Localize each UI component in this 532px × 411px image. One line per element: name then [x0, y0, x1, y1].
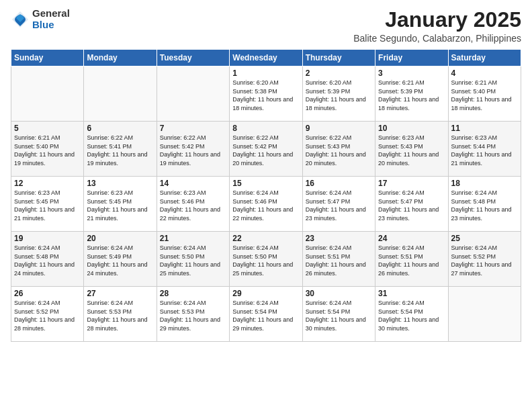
- day-info: Sunrise: 6:23 AMSunset: 5:45 PMDaylight:…: [87, 189, 153, 222]
- calendar-cell: 13Sunrise: 6:23 AMSunset: 5:45 PMDayligh…: [84, 177, 157, 232]
- day-number: 25: [451, 234, 518, 243]
- day-number: 9: [306, 124, 372, 133]
- logo: General Blue: [11, 8, 70, 30]
- day-number: 16: [306, 179, 372, 188]
- logo-text: General Blue: [32, 8, 70, 30]
- day-info: Sunrise: 6:21 AMSunset: 5:40 PMDaylight:…: [451, 79, 518, 112]
- day-info: Sunrise: 6:23 AMSunset: 5:43 PMDaylight:…: [378, 134, 445, 167]
- calendar-header-sunday: Sunday: [11, 50, 84, 66]
- calendar-week-4: 19Sunrise: 6:24 AMSunset: 5:48 PMDayligh…: [11, 232, 521, 287]
- day-info: Sunrise: 6:24 AMSunset: 5:52 PMDaylight:…: [14, 299, 81, 332]
- calendar-cell: 24Sunrise: 6:24 AMSunset: 5:51 PMDayligh…: [375, 232, 448, 287]
- day-info: Sunrise: 6:21 AMSunset: 5:39 PMDaylight:…: [378, 79, 445, 112]
- calendar-header-wednesday: Wednesday: [230, 50, 302, 66]
- calendar-cell: 19Sunrise: 6:24 AMSunset: 5:48 PMDayligh…: [11, 232, 84, 287]
- calendar-header-saturday: Saturday: [448, 50, 521, 66]
- day-info: Sunrise: 6:22 AMSunset: 5:41 PMDaylight:…: [87, 134, 153, 167]
- calendar-header-monday: Monday: [84, 50, 157, 66]
- day-number: 23: [306, 234, 372, 243]
- day-number: 7: [160, 124, 226, 133]
- calendar-cell: 2Sunrise: 6:20 AMSunset: 5:39 PMDaylight…: [302, 66, 375, 122]
- day-info: Sunrise: 6:24 AMSunset: 5:52 PMDaylight:…: [451, 244, 518, 277]
- calendar-cell: 27Sunrise: 6:24 AMSunset: 5:53 PMDayligh…: [84, 287, 157, 342]
- calendar-cell: [157, 66, 229, 122]
- day-number: 3: [378, 68, 445, 78]
- day-info: Sunrise: 6:24 AMSunset: 5:50 PMDaylight:…: [160, 244, 226, 277]
- calendar-cell: 1Sunrise: 6:20 AMSunset: 5:38 PMDaylight…: [230, 66, 302, 122]
- calendar-cell: 28Sunrise: 6:24 AMSunset: 5:53 PMDayligh…: [157, 287, 229, 342]
- day-number: 12: [14, 179, 81, 188]
- day-info: Sunrise: 6:24 AMSunset: 5:54 PMDaylight:…: [306, 299, 372, 332]
- day-info: Sunrise: 6:24 AMSunset: 5:54 PMDaylight:…: [232, 299, 299, 332]
- day-number: 24: [378, 234, 445, 243]
- day-number: 10: [378, 124, 445, 133]
- calendar-table: SundayMondayTuesdayWednesdayThursdayFrid…: [11, 49, 521, 342]
- day-number: 30: [306, 289, 372, 298]
- calendar-cell: 8Sunrise: 6:22 AMSunset: 5:42 PMDaylight…: [230, 122, 302, 177]
- day-info: Sunrise: 6:21 AMSunset: 5:40 PMDaylight:…: [14, 134, 81, 167]
- calendar-week-5: 26Sunrise: 6:24 AMSunset: 5:52 PMDayligh…: [11, 287, 521, 342]
- day-info: Sunrise: 6:20 AMSunset: 5:38 PMDaylight:…: [232, 79, 299, 112]
- day-number: 26: [14, 289, 81, 298]
- calendar-cell: 3Sunrise: 6:21 AMSunset: 5:39 PMDaylight…: [375, 66, 448, 122]
- title-block: January 2025 Balite Segundo, Calabarzon,…: [353, 8, 521, 44]
- day-number: 5: [14, 124, 81, 133]
- calendar-header-row: SundayMondayTuesdayWednesdayThursdayFrid…: [11, 50, 521, 66]
- day-info: Sunrise: 6:24 AMSunset: 5:51 PMDaylight:…: [306, 244, 372, 277]
- day-info: Sunrise: 6:22 AMSunset: 5:43 PMDaylight:…: [306, 134, 372, 167]
- day-info: Sunrise: 6:24 AMSunset: 5:54 PMDaylight:…: [378, 299, 445, 332]
- calendar-cell: 23Sunrise: 6:24 AMSunset: 5:51 PMDayligh…: [302, 232, 375, 287]
- day-info: Sunrise: 6:22 AMSunset: 5:42 PMDaylight:…: [232, 134, 299, 167]
- calendar-cell: 20Sunrise: 6:24 AMSunset: 5:49 PMDayligh…: [84, 232, 157, 287]
- calendar-week-3: 12Sunrise: 6:23 AMSunset: 5:45 PMDayligh…: [11, 177, 521, 232]
- calendar-cell: [84, 66, 157, 122]
- day-number: 6: [87, 124, 153, 133]
- calendar-cell: 6Sunrise: 6:22 AMSunset: 5:41 PMDaylight…: [84, 122, 157, 177]
- day-info: Sunrise: 6:24 AMSunset: 5:51 PMDaylight:…: [378, 244, 445, 277]
- calendar-cell: 11Sunrise: 6:23 AMSunset: 5:44 PMDayligh…: [448, 122, 521, 177]
- calendar-week-1: 1Sunrise: 6:20 AMSunset: 5:38 PMDaylight…: [11, 66, 521, 122]
- calendar-cell: 31Sunrise: 6:24 AMSunset: 5:54 PMDayligh…: [375, 287, 448, 342]
- day-number: 22: [232, 234, 299, 243]
- calendar-cell: 29Sunrise: 6:24 AMSunset: 5:54 PMDayligh…: [230, 287, 302, 342]
- day-info: Sunrise: 6:24 AMSunset: 5:46 PMDaylight:…: [232, 189, 299, 222]
- calendar-cell: 21Sunrise: 6:24 AMSunset: 5:50 PMDayligh…: [157, 232, 229, 287]
- calendar-cell: 18Sunrise: 6:24 AMSunset: 5:48 PMDayligh…: [448, 177, 521, 232]
- calendar-cell: 22Sunrise: 6:24 AMSunset: 5:50 PMDayligh…: [230, 232, 302, 287]
- day-number: 14: [160, 179, 226, 188]
- calendar-header-thursday: Thursday: [302, 50, 375, 66]
- day-info: Sunrise: 6:24 AMSunset: 5:53 PMDaylight:…: [160, 299, 226, 332]
- calendar-cell: 16Sunrise: 6:24 AMSunset: 5:47 PMDayligh…: [302, 177, 375, 232]
- day-info: Sunrise: 6:24 AMSunset: 5:47 PMDaylight:…: [378, 189, 445, 222]
- day-number: 1: [232, 68, 299, 78]
- calendar-header-tuesday: Tuesday: [157, 50, 229, 66]
- day-number: 4: [451, 68, 518, 78]
- day-info: Sunrise: 6:20 AMSunset: 5:39 PMDaylight:…: [306, 79, 372, 112]
- day-info: Sunrise: 6:22 AMSunset: 5:42 PMDaylight:…: [160, 134, 226, 167]
- day-number: 18: [451, 179, 518, 188]
- calendar-cell: 26Sunrise: 6:24 AMSunset: 5:52 PMDayligh…: [11, 287, 84, 342]
- day-number: 15: [232, 179, 299, 188]
- day-number: 8: [232, 124, 299, 133]
- day-number: 21: [160, 234, 226, 243]
- calendar-cell: 10Sunrise: 6:23 AMSunset: 5:43 PMDayligh…: [375, 122, 448, 177]
- day-number: 17: [378, 179, 445, 188]
- day-info: Sunrise: 6:24 AMSunset: 5:50 PMDaylight:…: [232, 244, 299, 277]
- calendar-cell: 15Sunrise: 6:24 AMSunset: 5:46 PMDayligh…: [230, 177, 302, 232]
- calendar-cell: 12Sunrise: 6:23 AMSunset: 5:45 PMDayligh…: [11, 177, 84, 232]
- calendar-cell: 7Sunrise: 6:22 AMSunset: 5:42 PMDaylight…: [157, 122, 229, 177]
- logo-icon: [11, 10, 30, 29]
- day-info: Sunrise: 6:24 AMSunset: 5:49 PMDaylight:…: [87, 244, 153, 277]
- calendar-cell: 30Sunrise: 6:24 AMSunset: 5:54 PMDayligh…: [302, 287, 375, 342]
- day-number: 31: [378, 289, 445, 298]
- day-info: Sunrise: 6:23 AMSunset: 5:46 PMDaylight:…: [160, 189, 226, 222]
- location-title: Balite Segundo, Calabarzon, Philippines: [353, 33, 521, 44]
- logo-blue-text: Blue: [32, 19, 70, 31]
- calendar-cell: [448, 287, 521, 342]
- day-number: 28: [160, 289, 226, 298]
- day-number: 19: [14, 234, 81, 243]
- calendar-header-friday: Friday: [375, 50, 448, 66]
- day-number: 20: [87, 234, 153, 243]
- calendar-cell: 14Sunrise: 6:23 AMSunset: 5:46 PMDayligh…: [157, 177, 229, 232]
- day-number: 29: [232, 289, 299, 298]
